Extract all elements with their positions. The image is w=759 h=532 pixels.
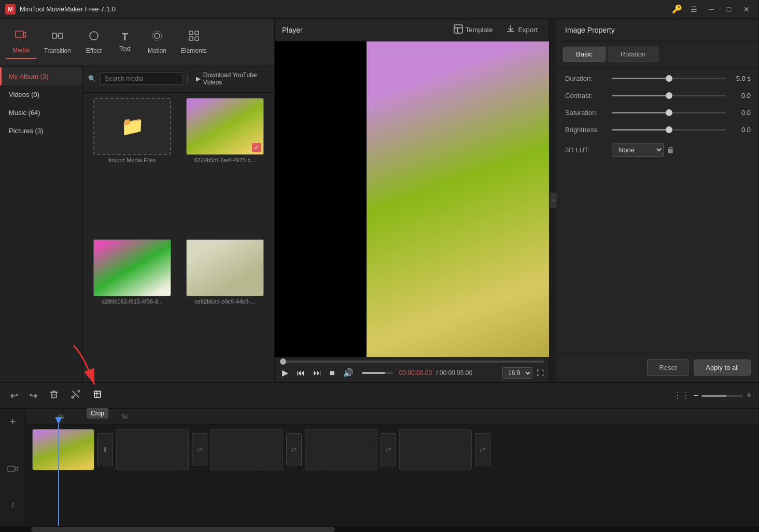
media-item-0[interactable]: ✓ 6324b5df-7aef-4975-b...	[181, 98, 270, 235]
svg-point-4	[154, 33, 160, 38]
media-label-0: 6324b5df-7aef-4975-b...	[194, 157, 256, 163]
svg-rect-2	[59, 33, 63, 38]
search-input[interactable]	[100, 73, 183, 85]
menu-button[interactable]: ☰	[686, 4, 701, 15]
ruler-mark-5s: 5s	[122, 413, 128, 420]
transition-2[interactable]: ⇄	[191, 432, 208, 468]
close-button[interactable]: ✕	[739, 4, 754, 15]
player-controls: ▶ ⏮ ⏭ ■ 🔊 00:00:00.00 / 00:00:05.00 16:9	[275, 357, 549, 382]
brightness-label: Brightness:	[565, 126, 612, 134]
youtube-icon: ▶	[196, 75, 201, 82]
contrast-value: 0.0	[730, 92, 751, 99]
audio-track	[32, 475, 756, 496]
duration-slider[interactable]	[612, 78, 726, 79]
volume-slider[interactable]	[362, 372, 393, 374]
columns-icon: ⋮⋮	[673, 391, 690, 400]
motion-label: Motion	[148, 47, 166, 54]
minimize-button[interactable]: ─	[704, 4, 719, 15]
app-icon: M	[5, 4, 16, 15]
toolbar-transition[interactable]: Transition	[37, 25, 78, 59]
zoom-out-button[interactable]: −	[693, 390, 699, 401]
sidebar-item-music[interactable]: Music (64)	[0, 104, 82, 122]
text-icon: T	[122, 31, 128, 43]
export-label: Export	[518, 26, 538, 34]
key-icon: 🔑	[672, 4, 682, 14]
sidebar-item-album[interactable]: My Album (3)	[0, 67, 82, 85]
transition-4[interactable]: ⇄	[380, 432, 397, 468]
right-panel: Image Property Basic Rotation Duration: …	[557, 19, 759, 382]
contrast-thumb	[666, 92, 672, 99]
transition-1[interactable]: ⬇	[96, 432, 114, 468]
transition-5[interactable]: ⇄	[474, 432, 491, 468]
media-item-1[interactable]: c289b062-f815-4f36-8...	[88, 239, 177, 377]
brightness-fill	[612, 129, 669, 131]
time-total: / 00:00:05.00	[436, 369, 472, 377]
toolbar-elements[interactable]: Elements	[174, 25, 214, 59]
main-toolbar: Media Transition Effect T Text	[0, 19, 274, 65]
lut-select[interactable]: None	[612, 143, 664, 157]
next-frame-button[interactable]: ⏭	[311, 367, 324, 379]
media-icon	[15, 29, 27, 45]
sidebar-item-videos[interactable]: Videos (0)	[0, 85, 82, 104]
timeline-scrollbar[interactable]	[0, 526, 759, 532]
stop-button[interactable]: ■	[328, 367, 337, 379]
import-media-item[interactable]: 📁 Import Media Files	[88, 98, 177, 235]
lut-label: 3D LUT:	[565, 146, 612, 154]
apply-to-all-button[interactable]: Apply to all	[694, 360, 751, 376]
svg-point-17	[78, 390, 80, 392]
delete-button[interactable]	[46, 387, 62, 404]
cut-button[interactable]	[67, 387, 84, 404]
divider	[187, 74, 188, 84]
add-track-icon[interactable]: +	[10, 416, 16, 428]
youtube-download-button[interactable]: ▶ Download YouTube Videos	[192, 69, 269, 88]
app-title: MiniTool MovieMaker Free 7.1.0	[20, 5, 672, 13]
lut-delete-button[interactable]: 🗑	[667, 146, 675, 155]
collapse-panel-button[interactable]: ›	[550, 193, 557, 208]
window-controls: ☰ ─ □ ✕	[686, 4, 754, 15]
timeline-content: + ♪ 0s 5s	[0, 409, 759, 526]
zoom-slider[interactable]	[701, 395, 743, 397]
tab-basic[interactable]: Basic	[563, 47, 606, 62]
video-clip-0[interactable]	[32, 429, 94, 470]
aspect-ratio-select[interactable]: 16:9 9:16 1:1 4:3	[502, 367, 532, 379]
undo-button[interactable]: ↩	[7, 388, 21, 404]
brightness-slider[interactable]	[612, 129, 726, 131]
transition-3[interactable]: ⇄	[285, 432, 303, 468]
contrast-slider[interactable]	[612, 95, 726, 96]
progress-bar[interactable]	[280, 361, 544, 363]
toolbar-motion[interactable]: Motion	[140, 25, 174, 59]
maximize-button[interactable]: □	[722, 4, 736, 15]
contrast-row: Contrast: 0.0	[565, 92, 751, 99]
media-item-2[interactable]: ce82b6ad-b9c9-44b3-...	[181, 239, 270, 377]
media-label: Media	[12, 47, 30, 54]
timeline-area: ↩ ↪ Crop	[0, 382, 759, 532]
mute-button[interactable]: 🔊	[341, 367, 356, 379]
media-label-1: c289b062-f815-4f36-8...	[102, 298, 163, 305]
saturation-slider[interactable]	[612, 112, 726, 113]
controls-row: ▶ ⏮ ⏭ ■ 🔊 00:00:00.00 / 00:00:05.00 16:9	[280, 367, 544, 379]
media-thumb-0: ✓	[186, 98, 264, 155]
svg-rect-0	[16, 31, 23, 37]
crop-button[interactable]	[89, 387, 106, 404]
svg-rect-18	[94, 391, 101, 397]
template-button[interactable]: Template	[449, 23, 497, 37]
redo-button[interactable]: ↪	[26, 388, 40, 404]
template-label: Template	[466, 26, 493, 34]
contrast-fill	[612, 95, 669, 96]
check-badge-0: ✓	[252, 143, 261, 152]
fullscreen-button[interactable]: ⛶	[537, 369, 544, 377]
toolbar-media[interactable]: Media	[5, 25, 37, 59]
tab-rotation[interactable]: Rotation	[608, 47, 658, 62]
play-button[interactable]: ▶	[280, 367, 290, 379]
timeline-tracks: ⬇ ⇄ ⇄	[26, 424, 759, 526]
app-container: Media Transition Effect T Text	[0, 19, 759, 532]
elements-icon	[188, 30, 200, 45]
export-button[interactable]: Export	[502, 23, 542, 37]
prev-frame-button[interactable]: ⏮	[294, 367, 307, 379]
toolbar-text[interactable]: T Text	[109, 27, 140, 56]
sidebar-item-pictures[interactable]: Pictures (3)	[0, 122, 82, 140]
toolbar-effect[interactable]: Effect	[78, 25, 109, 59]
zoom-in-button[interactable]: +	[746, 390, 752, 401]
reset-button[interactable]: Reset	[647, 360, 688, 376]
progress-thumb	[280, 358, 286, 365]
